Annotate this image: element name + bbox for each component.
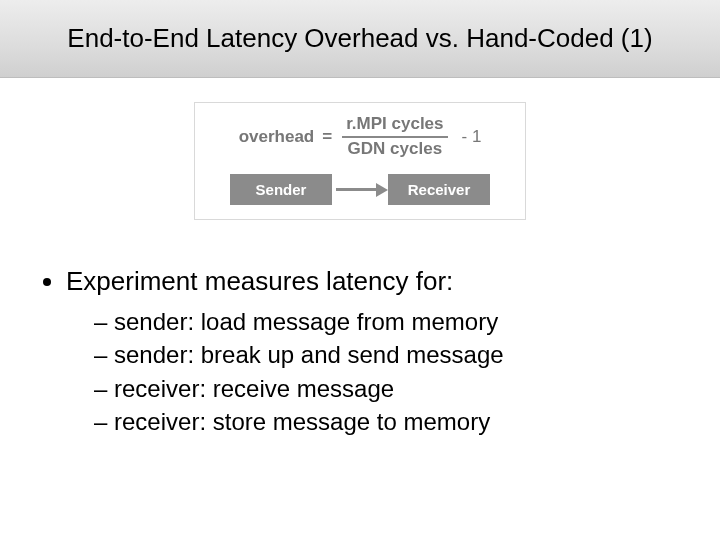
arrow-line — [336, 188, 376, 191]
bullet-main: Experiment measures latency for: sender:… — [66, 266, 684, 437]
arrow-head — [376, 183, 388, 197]
bullet-main-text: Experiment measures latency for: — [66, 266, 453, 296]
sub-bullet: sender: break up and send message — [94, 338, 684, 371]
formula-numerator: r.MPI cycles — [340, 115, 449, 136]
sub-bullet: sender: load message from memory — [94, 305, 684, 338]
formula-eq: = — [322, 127, 332, 147]
formula-denominator: GDN cycles — [342, 136, 449, 159]
bullet-list: Experiment measures latency for: sender:… — [36, 266, 684, 437]
sender-node: Sender — [230, 174, 332, 205]
formula-lhs: overhead — [239, 127, 315, 147]
formula-trailing: - 1 — [462, 127, 482, 147]
slide: End-to-End Latency Overhead vs. Hand-Cod… — [0, 0, 720, 540]
diagram: Sender Receiver — [205, 174, 515, 205]
formula: overhead = r.MPI cycles GDN cycles - 1 — [205, 115, 515, 158]
sub-bullet: receiver: store message to memory — [94, 405, 684, 438]
slide-title: End-to-End Latency Overhead vs. Hand-Cod… — [67, 23, 652, 54]
receiver-node: Receiver — [388, 174, 490, 205]
body: Experiment measures latency for: sender:… — [36, 266, 684, 437]
formula-fraction: r.MPI cycles GDN cycles — [340, 115, 449, 158]
formula-box: overhead = r.MPI cycles GDN cycles - 1 S… — [194, 102, 526, 220]
sub-bullet: receiver: receive message — [94, 372, 684, 405]
sub-bullet-list: sender: load message from memory sender:… — [66, 305, 684, 437]
arrow-icon — [332, 178, 388, 202]
title-band: End-to-End Latency Overhead vs. Hand-Cod… — [0, 0, 720, 78]
